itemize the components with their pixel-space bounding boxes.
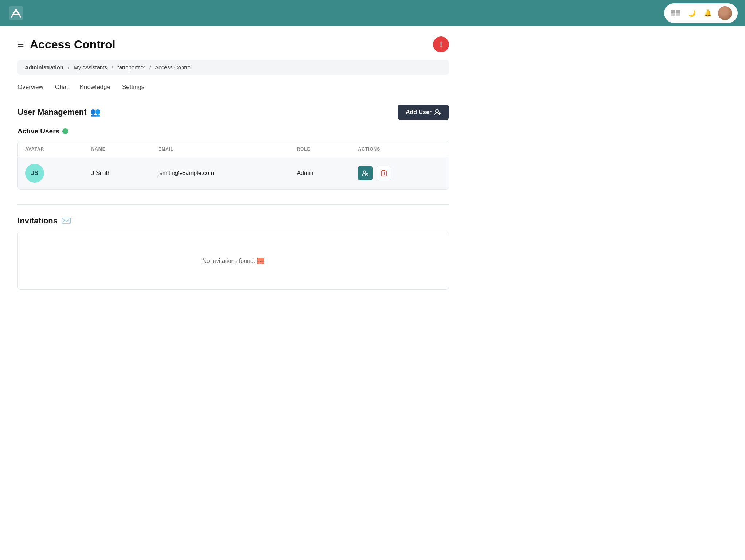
cell-role: Admin	[289, 157, 351, 190]
dark-mode-icon[interactable]: 🌙	[686, 7, 698, 19]
svg-rect-0	[9, 6, 23, 20]
role-icon	[362, 170, 369, 177]
breadcrumb-sep2: /	[112, 64, 113, 70]
svg-rect-12	[381, 171, 386, 176]
users-table: AVATAR NAME EMAIL ROLE ACTIONS JS J Smit…	[18, 141, 449, 189]
svg-rect-2	[676, 10, 680, 13]
breadcrumb: Administration / My Assistants / tartopo…	[17, 60, 449, 75]
tabs: Overview Chat Knowledge Settings	[17, 83, 449, 93]
cell-email: jsmith@example.com	[151, 157, 289, 190]
svg-rect-3	[671, 13, 675, 16]
user-initials-avatar: JS	[25, 164, 44, 183]
svg-point-5	[436, 110, 438, 113]
invitations-icon: ✉️	[61, 216, 71, 226]
users-table-container: AVATAR NAME EMAIL ROLE ACTIONS JS J Smit…	[17, 141, 449, 190]
tab-settings[interactable]: Settings	[122, 83, 144, 93]
cell-avatar: JS	[18, 157, 84, 190]
section-divider	[17, 204, 449, 205]
user-email: jsmith@example.com	[158, 170, 214, 176]
add-user-label: Add User	[406, 109, 432, 116]
bell-icon[interactable]: 🔔	[702, 7, 714, 19]
breadcrumb-sep1: /	[68, 64, 69, 70]
svg-rect-4	[676, 13, 680, 16]
invitations-label: Invitations	[17, 216, 58, 226]
page-header: ☰ Access Control !	[17, 36, 449, 52]
breadcrumb-my-assistants[interactable]: My Assistants	[74, 64, 107, 70]
cell-actions	[351, 157, 449, 190]
add-user-icon	[434, 109, 441, 116]
avatar-image	[718, 6, 732, 20]
user-management-header: User Management 👥 Add User	[17, 105, 449, 120]
user-name: J Smith	[91, 170, 110, 176]
cell-name: J Smith	[84, 157, 151, 190]
breadcrumb-admin[interactable]: Administration	[25, 64, 63, 70]
alert-button[interactable]: !	[433, 36, 449, 52]
main-container: ☰ Access Control ! Administration / My A…	[0, 26, 467, 300]
tab-overview[interactable]: Overview	[17, 83, 43, 93]
col-role: ROLE	[289, 141, 351, 157]
delete-user-button[interactable]	[377, 166, 391, 180]
col-actions: ACTIONS	[351, 141, 449, 157]
trash-icon	[381, 170, 387, 177]
table-header-row: AVATAR NAME EMAIL ROLE ACTIONS	[18, 141, 449, 157]
user-avatar[interactable]	[718, 6, 732, 20]
ab-icon[interactable]	[670, 7, 682, 19]
active-users-dot	[62, 128, 68, 134]
page-header-left: ☰ Access Control	[17, 38, 116, 51]
active-users-label: Active Users	[17, 127, 59, 135]
alert-icon: !	[440, 40, 442, 49]
topbar: 🌙 🔔	[0, 0, 745, 26]
invitations-title: Invitations ✉️	[17, 216, 449, 226]
breadcrumb-current: Access Control	[155, 64, 192, 70]
tab-chat[interactable]: Chat	[55, 83, 68, 93]
col-avatar: AVATAR	[18, 141, 84, 157]
svg-point-8	[363, 171, 366, 174]
logo[interactable]	[7, 4, 25, 22]
col-email: EMAIL	[151, 141, 289, 157]
user-role: Admin	[297, 170, 313, 176]
breadcrumb-sep3: /	[149, 64, 151, 70]
menu-icon[interactable]: ☰	[17, 40, 24, 49]
change-role-button[interactable]	[358, 166, 372, 180]
svg-rect-1	[671, 10, 675, 13]
invitations-section: Invitations ✉️ No invitations found. 🧱	[17, 216, 449, 290]
page-title: Access Control	[30, 38, 116, 51]
topbar-right-controls: 🌙 🔔	[664, 3, 738, 23]
invitations-empty-icon: 🧱	[257, 258, 264, 264]
add-user-button[interactable]: Add User	[398, 105, 449, 120]
active-users-title: Active Users	[17, 127, 449, 135]
user-management-label: User Management	[17, 108, 87, 117]
col-name: NAME	[84, 141, 151, 157]
invitations-empty-box: No invitations found. 🧱	[17, 232, 449, 290]
breadcrumb-assistant-name[interactable]: tartopomv2	[118, 64, 145, 70]
tab-knowledge[interactable]: Knowledge	[80, 83, 110, 93]
invitations-empty-message: No invitations found. 🧱	[202, 257, 264, 264]
table-row: JS J Smith jsmith@example.com Admin	[18, 157, 449, 190]
user-management-title: User Management 👥	[17, 108, 100, 117]
user-management-icon: 👥	[90, 108, 100, 117]
